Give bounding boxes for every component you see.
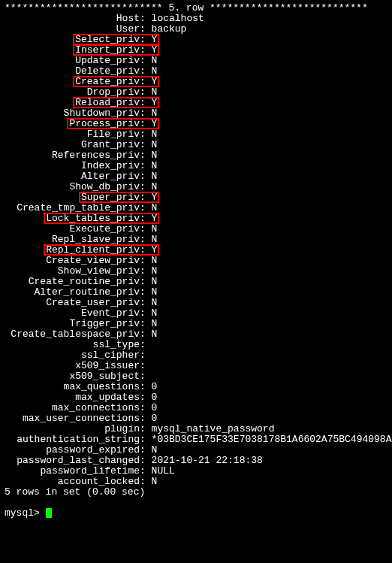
- field-label: Event_priv: [5, 308, 140, 319]
- field-label: password_lifetime: [5, 466, 140, 477]
- field-label: max_updates: [5, 392, 140, 403]
- field-label: password_expired: [5, 445, 140, 456]
- field-label: File_priv: [5, 129, 140, 140]
- field-value: mysql_native_password: [152, 423, 275, 434]
- field-separator: :: [140, 350, 152, 361]
- field-row: Process_priv: Y: [5, 119, 387, 129]
- field-row: Shutdown_priv: N: [5, 108, 387, 119]
- field-label: Process_priv: [5, 119, 140, 129]
- field-separator: :: [140, 34, 152, 45]
- field-separator: :: [140, 286, 152, 298]
- field-row: Create_tablespace_priv: N: [5, 329, 387, 340]
- field-value: N: [152, 139, 158, 150]
- field-value: N: [152, 160, 158, 171]
- field-separator: :: [140, 392, 152, 403]
- mysql-prompt-line[interactable]: mysql>: [5, 508, 387, 519]
- field-row: Grant_priv: N: [5, 140, 387, 150]
- field-value: N: [152, 476, 158, 487]
- field-row: Repl_client_priv: Y: [5, 245, 387, 256]
- field-separator: :: [140, 97, 152, 108]
- field-separator: :: [140, 234, 152, 245]
- field-separator: :: [140, 265, 152, 277]
- field-label: Update_priv: [5, 56, 140, 66]
- field-value: 0: [152, 402, 158, 413]
- field-row: max_questions: 0: [5, 382, 387, 392]
- footer-text: 5 rows in set (0.00 sec): [5, 487, 387, 498]
- field-row: Host: localhost: [5, 14, 387, 24]
- field-row: Create_priv: Y: [5, 77, 387, 87]
- field-separator: :: [140, 55, 152, 66]
- field-separator: :: [140, 255, 152, 266]
- field-value: 0: [152, 392, 158, 403]
- field-row: max_updates: 0: [5, 392, 387, 403]
- field-label: Create_priv: [5, 77, 140, 87]
- field-row: Event_priv: N: [5, 308, 387, 319]
- field-value: backup: [152, 23, 187, 35]
- cursor-icon: [46, 508, 52, 518]
- field-label: Delete_priv: [5, 66, 140, 77]
- field-label: User: [5, 24, 140, 35]
- field-label: Repl_slave_priv: [5, 235, 140, 245]
- field-row: max_connections: 0: [5, 403, 387, 413]
- field-label: password_last_changed: [5, 456, 140, 466]
- field-value: N: [152, 328, 158, 340]
- field-label: Create_user_priv: [5, 298, 140, 308]
- field-label: max_questions: [5, 382, 140, 392]
- field-value: N: [152, 318, 158, 329]
- field-separator: :: [140, 213, 152, 224]
- field-value: Y: [152, 34, 158, 45]
- field-separator: :: [140, 139, 152, 150]
- field-row: plugin: mysql_native_password: [5, 424, 387, 434]
- field-label: References_priv: [5, 150, 140, 161]
- field-value: N: [152, 107, 158, 119]
- field-separator: :: [140, 297, 152, 308]
- field-row: Reload_priv: Y: [5, 98, 387, 108]
- field-label: Alter_priv: [5, 171, 140, 182]
- field-label: Create_routine_priv: [5, 277, 140, 287]
- field-label: Grant_priv: [5, 140, 140, 150]
- field-row: Insert_priv: Y: [5, 45, 387, 56]
- field-row: password_lifetime: NULL: [5, 466, 387, 477]
- field-row: File_priv: N: [5, 129, 387, 140]
- field-separator: :: [140, 339, 152, 350]
- field-value: N: [152, 171, 158, 182]
- field-value: N: [152, 86, 158, 98]
- field-label: Create_view_priv: [5, 256, 140, 266]
- field-value: NULL: [152, 465, 175, 477]
- row-header: *************************** 5. row *****…: [5, 3, 387, 14]
- field-row: Index_priv: N: [5, 161, 387, 171]
- field-separator: :: [140, 181, 152, 192]
- field-value: N: [152, 223, 158, 235]
- field-row: Alter_priv: N: [5, 171, 387, 182]
- field-separator: :: [140, 129, 152, 140]
- field-separator: :: [140, 244, 152, 256]
- field-separator: :: [140, 402, 152, 413]
- field-label: Insert_priv: [5, 45, 140, 56]
- field-row: Delete_priv: N: [5, 66, 387, 77]
- field-row: x509_issuer:: [5, 361, 387, 371]
- field-label: Index_priv: [5, 161, 140, 171]
- field-value: localhost: [152, 13, 204, 24]
- field-row: x509_subject:: [5, 371, 387, 382]
- field-row: Update_priv: N: [5, 56, 387, 66]
- field-row: Create_user_priv: N: [5, 298, 387, 308]
- field-separator: :: [140, 318, 152, 329]
- field-row: Super_priv: Y: [5, 192, 387, 203]
- field-value: Y: [152, 192, 158, 203]
- field-label: account_locked: [5, 477, 140, 487]
- field-separator: :: [140, 455, 152, 466]
- field-value: Y: [152, 44, 158, 56]
- field-label: max_user_connections: [5, 413, 140, 424]
- field-separator: :: [140, 223, 152, 235]
- field-separator: :: [140, 160, 152, 171]
- header-row: 5. row: [163, 2, 210, 14]
- field-label: authentication_string: [5, 434, 140, 445]
- field-separator: :: [140, 476, 152, 487]
- field-separator: :: [140, 434, 152, 445]
- field-value: N: [152, 444, 158, 456]
- field-value: Y: [152, 97, 158, 108]
- field-separator: :: [140, 202, 152, 213]
- field-separator: :: [140, 328, 152, 340]
- field-label: max_connections: [5, 403, 140, 413]
- field-value: 0: [152, 413, 158, 424]
